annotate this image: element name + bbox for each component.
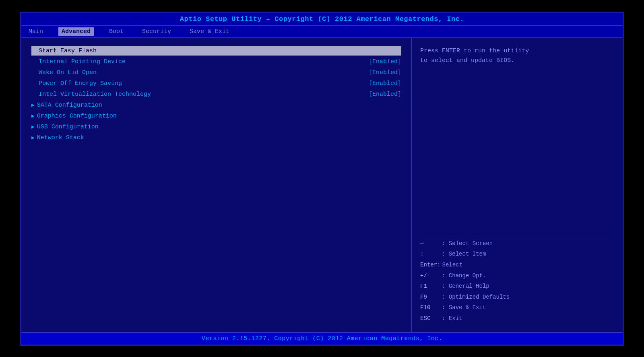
row-value: [Enabled] bbox=[369, 58, 401, 65]
left-panel-row[interactable]: ▶USB Configuration bbox=[31, 122, 401, 132]
submenu-arrow-icon: ▶ bbox=[31, 124, 35, 130]
key-legend-row: F1: General Help bbox=[420, 281, 615, 292]
submenu-arrow-icon: ▶ bbox=[31, 102, 35, 108]
key-legend-row: ↕: Select Item bbox=[420, 249, 615, 260]
row-label: SATA Configuration bbox=[37, 102, 401, 109]
key-name: ESC bbox=[420, 313, 440, 324]
title-bar: Aptio Setup Utility – Copyright (C) 2012… bbox=[21, 13, 623, 26]
row-label: Intel Virtualization Technology bbox=[39, 91, 365, 98]
left-panel-row[interactable]: ▶Graphics Configuration bbox=[31, 111, 401, 121]
key-desc: : Optimized Defaults bbox=[442, 292, 510, 303]
row-value: [Enabled] bbox=[369, 69, 401, 76]
left-panel: Start Easy FlashInternal Pointing Device… bbox=[21, 38, 412, 332]
key-legend-row: ↔: Select Screen bbox=[420, 238, 615, 249]
key-desc: : General Help bbox=[442, 281, 489, 292]
left-panel-row[interactable]: Power Off Energy Saving[Enabled] bbox=[31, 79, 401, 88]
key-name: ↕ bbox=[420, 249, 440, 260]
row-label: Wake On Lid Open bbox=[39, 69, 365, 76]
row-value: [Enabled] bbox=[369, 91, 401, 98]
submenu-arrow-icon: ▶ bbox=[31, 113, 35, 119]
key-name: Enter: bbox=[420, 260, 440, 270]
key-desc: : Exit bbox=[442, 313, 462, 324]
footer-text: Version 2.15.1227. Copyright (C) 2012 Am… bbox=[202, 335, 443, 342]
key-legend-row: ESC: Exit bbox=[420, 313, 615, 324]
row-label: Start Easy Flash bbox=[39, 47, 401, 54]
menu-bar[interactable]: MainAdvancedBootSecuritySave & Exit bbox=[21, 26, 623, 38]
left-panel-row[interactable]: Internal Pointing Device[Enabled] bbox=[31, 57, 401, 66]
key-legend: ↔: Select Screen↕: Select ItemEnter:Sele… bbox=[420, 238, 615, 324]
left-panel-row[interactable]: Intel Virtualization Technology[Enabled] bbox=[31, 90, 401, 99]
divider bbox=[420, 234, 615, 234]
submenu-arrow-icon: ▶ bbox=[31, 134, 35, 141]
row-label: Power Off Energy Saving bbox=[39, 80, 365, 87]
left-panel-row[interactable]: Wake On Lid Open[Enabled] bbox=[31, 68, 401, 77]
key-legend-row: F9: Optimized Defaults bbox=[420, 292, 615, 303]
key-name: +/– bbox=[420, 270, 440, 281]
key-desc: : Select Item bbox=[442, 249, 486, 260]
key-legend-row: +/–: Change Opt. bbox=[420, 270, 615, 281]
title-text: Aptio Setup Utility – Copyright (C) 2012… bbox=[180, 15, 464, 23]
key-legend-row: Enter:Select bbox=[420, 260, 615, 270]
left-panel-row[interactable]: ▶SATA Configuration bbox=[31, 101, 401, 110]
menu-item-advanced[interactable]: Advanced bbox=[58, 27, 94, 36]
menu-item-main[interactable]: Main bbox=[25, 27, 46, 36]
help-text: Press ENTER to run the utility to select… bbox=[420, 46, 615, 230]
key-desc: : Save & Exit bbox=[442, 302, 486, 313]
key-desc: : Select Screen bbox=[442, 238, 493, 249]
menu-item-boot[interactable]: Boot bbox=[106, 27, 127, 36]
row-label: Internal Pointing Device bbox=[39, 58, 365, 65]
help-line2: to select and update BIOS. bbox=[420, 57, 514, 64]
key-legend-row: F10: Save & Exit bbox=[420, 302, 615, 313]
menu-item-save-and-exit[interactable]: Save & Exit bbox=[186, 27, 233, 36]
row-label: Network Stack bbox=[37, 134, 401, 141]
key-desc: : Change Opt. bbox=[442, 270, 486, 281]
key-name: F10 bbox=[420, 302, 440, 313]
right-panel: Press ENTER to run the utility to select… bbox=[412, 38, 623, 332]
key-desc: Select bbox=[442, 260, 462, 270]
main-content: Start Easy FlashInternal Pointing Device… bbox=[21, 38, 623, 332]
footer: Version 2.15.1227. Copyright (C) 2012 Am… bbox=[21, 332, 623, 345]
row-value: [Enabled] bbox=[369, 80, 401, 87]
left-panel-row[interactable]: ▶Network Stack bbox=[31, 133, 401, 142]
menu-item-security[interactable]: Security bbox=[139, 27, 174, 36]
help-line1: Press ENTER to run the utility bbox=[420, 47, 529, 54]
row-label: USB Configuration bbox=[37, 124, 401, 130]
key-name: F1 bbox=[420, 281, 440, 292]
key-name: F9 bbox=[420, 292, 440, 303]
key-name: ↔ bbox=[420, 238, 440, 249]
left-panel-row[interactable]: Start Easy Flash bbox=[31, 46, 401, 56]
bios-screen: Aptio Setup Utility – Copyright (C) 2012… bbox=[20, 12, 624, 346]
row-label: Graphics Configuration bbox=[37, 113, 401, 120]
